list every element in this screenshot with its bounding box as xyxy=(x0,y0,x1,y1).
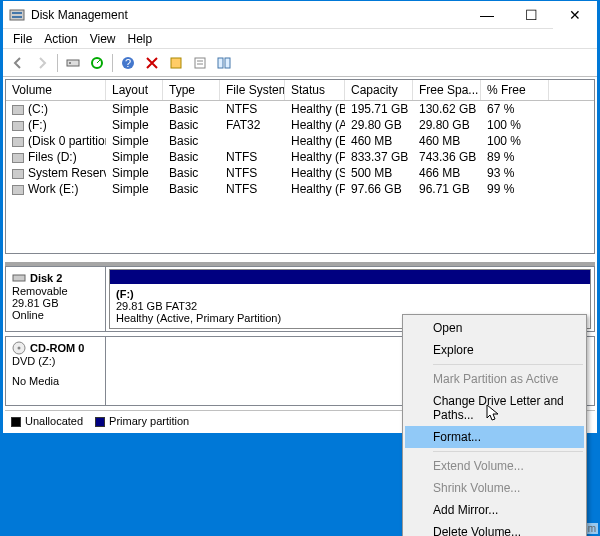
maximize-button[interactable]: ☐ xyxy=(509,1,553,29)
svg-text:?: ? xyxy=(125,57,131,69)
svg-rect-0 xyxy=(10,10,24,20)
svg-rect-9 xyxy=(195,58,205,68)
disk-icon xyxy=(12,271,26,285)
disk-info[interactable]: Disk 2 Removable 29.81 GB Online xyxy=(6,267,106,331)
volume-list-body[interactable]: (C:)SimpleBasicNTFSHealthy (B...195.71 G… xyxy=(6,101,594,253)
toolbar: ? xyxy=(3,49,597,77)
volume-row[interactable]: System ReservedSimpleBasicNTFSHealthy (S… xyxy=(6,165,594,181)
ctx-shrink: Shrink Volume... xyxy=(405,477,584,499)
volume-icon xyxy=(12,121,24,131)
svg-rect-8 xyxy=(171,58,181,68)
col-pctfree[interactable]: % Free xyxy=(481,80,549,100)
back-button[interactable] xyxy=(7,52,29,74)
volume-icon xyxy=(12,105,24,115)
svg-rect-1 xyxy=(12,12,22,14)
col-filesystem[interactable]: File System xyxy=(220,80,285,100)
swatch-unallocated xyxy=(11,417,21,427)
col-type[interactable]: Type xyxy=(163,80,220,100)
volume-row[interactable]: Files (D:)SimpleBasicNTFSHealthy (P...83… xyxy=(6,149,594,165)
window-controls: — ☐ ✕ xyxy=(465,1,597,29)
ctx-format[interactable]: Format... xyxy=(405,426,584,448)
menu-action[interactable]: Action xyxy=(38,32,83,46)
minimize-button[interactable]: — xyxy=(465,1,509,29)
ctx-add-mirror[interactable]: Add Mirror... xyxy=(405,499,584,521)
col-volume[interactable]: Volume xyxy=(6,80,106,100)
volume-row[interactable]: (Disk 0 partition 2)SimpleBasicHealthy (… xyxy=(6,133,594,149)
volume-row[interactable]: Work (E:)SimpleBasicNTFSHealthy (P...97.… xyxy=(6,181,594,197)
volume-row[interactable]: (C:)SimpleBasicNTFSHealthy (B...195.71 G… xyxy=(6,101,594,117)
context-menu: Open Explore Mark Partition as Active Ch… xyxy=(402,314,587,536)
svg-rect-13 xyxy=(225,58,230,68)
col-capacity[interactable]: Capacity xyxy=(345,80,413,100)
volume-list: Volume Layout Type File System Status Ca… xyxy=(5,79,595,254)
properties-icon[interactable] xyxy=(86,52,108,74)
menu-help[interactable]: Help xyxy=(122,32,159,46)
ctx-mark-active: Mark Partition as Active xyxy=(405,368,584,390)
col-free[interactable]: Free Spa... xyxy=(413,80,481,100)
close-button[interactable]: ✕ xyxy=(553,1,597,29)
help-icon[interactable]: ? xyxy=(117,52,139,74)
svg-rect-3 xyxy=(67,60,79,66)
forward-button[interactable] xyxy=(31,52,53,74)
volume-icon xyxy=(12,137,24,147)
titlebar[interactable]: Disk Management — ☐ ✕ xyxy=(3,1,597,29)
volume-icon xyxy=(12,153,24,163)
detail-icon[interactable] xyxy=(189,52,211,74)
svg-rect-14 xyxy=(13,275,25,281)
volume-icon xyxy=(12,169,24,179)
ctx-open[interactable]: Open xyxy=(405,317,584,339)
svg-point-16 xyxy=(18,347,21,350)
svg-point-4 xyxy=(69,62,71,64)
partition-header xyxy=(110,270,590,284)
cursor-icon xyxy=(486,404,504,422)
menubar: File Action View Help xyxy=(3,29,597,49)
svg-rect-12 xyxy=(218,58,223,68)
menu-view[interactable]: View xyxy=(84,32,122,46)
ctx-extend: Extend Volume... xyxy=(405,455,584,477)
ctx-delete[interactable]: Delete Volume... xyxy=(405,521,584,536)
swatch-primary xyxy=(95,417,105,427)
cdrom-icon xyxy=(12,341,26,355)
refresh-disks-icon[interactable] xyxy=(62,52,84,74)
action-icon[interactable] xyxy=(165,52,187,74)
ctx-explore[interactable]: Explore xyxy=(405,339,584,361)
volume-row[interactable]: (F:)SimpleBasicFAT32Healthy (A...29.80 G… xyxy=(6,117,594,133)
cdrom-info[interactable]: CD-ROM 0 DVD (Z:) No Media xyxy=(6,337,106,405)
view-icon[interactable] xyxy=(213,52,235,74)
volume-icon xyxy=(12,185,24,195)
menu-file[interactable]: File xyxy=(7,32,38,46)
volume-list-header: Volume Layout Type File System Status Ca… xyxy=(6,80,594,101)
window-title: Disk Management xyxy=(31,8,465,22)
svg-rect-2 xyxy=(12,16,22,18)
delete-icon[interactable] xyxy=(141,52,163,74)
app-icon xyxy=(9,7,25,23)
col-layout[interactable]: Layout xyxy=(106,80,163,100)
col-status[interactable]: Status xyxy=(285,80,345,100)
